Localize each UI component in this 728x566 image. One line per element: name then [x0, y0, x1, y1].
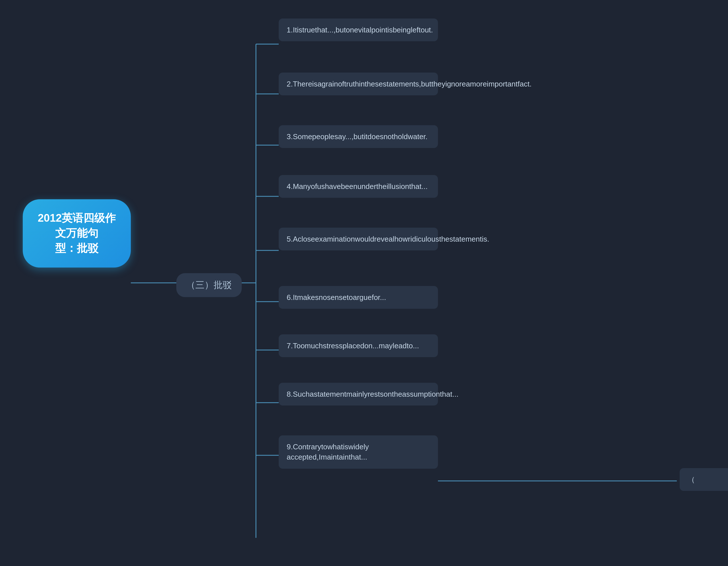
- mind-map: 2012英语四级作文万能句 型：批驳 （三）批驳 1.Itistruethat.…: [0, 0, 728, 566]
- branch-8-text: 8.Suchastatementmainlyrestsontheassumpti…: [287, 390, 458, 398]
- branch-6-text: 6.Itmakesnosensetoarguefor...: [287, 293, 386, 302]
- central-line2: 型：批驳: [55, 242, 98, 254]
- branch-3-text: 3.Somepeoplesay...,butitdoesnotholdwater…: [287, 132, 427, 141]
- branch-3: 3.Somepeoplesay...,butitdoesnotholdwater…: [279, 125, 438, 148]
- branch-7-text: 7.Toomuchstressplacedon...mayleadto...: [287, 342, 419, 350]
- central-line1: 2012英语四级作文万能句: [38, 212, 116, 239]
- branch-2: 2.Thereisagrainoftruthinthesestatements,…: [279, 73, 438, 95]
- partial-text: （: [688, 475, 695, 484]
- branch-6: 6.Itmakesnosensetoarguefor...: [279, 286, 438, 309]
- middle-node: （三）批驳: [176, 273, 242, 297]
- branch-7: 7.Toomuchstressplacedon...mayleadto...: [279, 335, 438, 357]
- branch-5: 5.Acloseexaminationwouldrevealhowridicul…: [279, 228, 438, 250]
- branch-9-text: 9.Contrarytowhatiswidely accepted,Imaint…: [287, 443, 369, 461]
- central-node: 2012英语四级作文万能句 型：批驳: [23, 199, 131, 267]
- branch-8: 8.Suchastatementmainlyrestsontheassumpti…: [279, 383, 438, 406]
- branch-4: 4.Manyofushavebeenundertheillusionthat..…: [279, 175, 438, 198]
- branch-4-text: 4.Manyofushavebeenundertheillusionthat..…: [287, 182, 428, 191]
- branch-1-text: 1.Itistruethat...,butonevitalpointisbein…: [287, 26, 433, 34]
- branch-9: 9.Contrarytowhatiswidely accepted,Imaint…: [279, 435, 438, 469]
- partial-node: （: [680, 468, 728, 491]
- branch-5-text: 5.Acloseexaminationwouldrevealhowridicul…: [287, 235, 489, 243]
- branch-1: 1.Itistruethat...,butonevitalpointisbein…: [279, 18, 438, 41]
- middle-label: （三）批驳: [186, 280, 232, 290]
- branch-2-text: 2.Thereisagrainoftruthinthesestatements,…: [287, 80, 531, 88]
